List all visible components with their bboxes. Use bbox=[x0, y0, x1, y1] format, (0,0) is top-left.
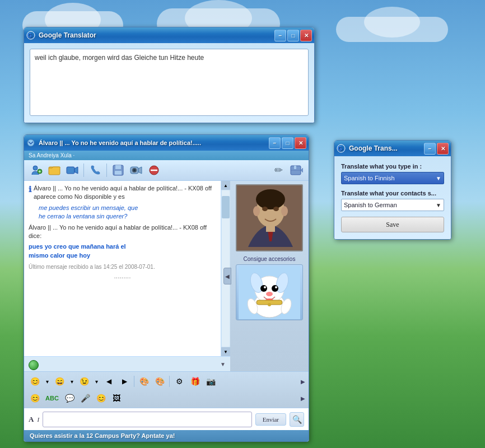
emoji-face2[interactable]: 😊 bbox=[94, 391, 108, 405]
chat-close-button[interactable]: ✕ bbox=[295, 137, 306, 149]
contact-photo bbox=[236, 184, 303, 251]
chat-sidebar: ◀ bbox=[230, 181, 309, 371]
gift-button[interactable]: 🎁 bbox=[188, 374, 202, 389]
emoticon-bars: 😊 ▾ 😄 ▾ 😉 ▾ ◀ ▶ 🎨 🎨 ⚙ 🎁 📷 ▶ 😊 ABC 💬 🎤 😊 … bbox=[24, 371, 309, 408]
expand-arrow[interactable]: ▼ bbox=[220, 361, 226, 367]
search-button[interactable]: 🔍 bbox=[290, 412, 304, 427]
video-button[interactable] bbox=[64, 162, 80, 178]
emoji-next[interactable]: ▶ bbox=[117, 374, 132, 389]
trans-popup-titlebar: G Google Trans... − ✕ bbox=[334, 141, 451, 156]
chat-icon bbox=[26, 138, 35, 147]
pen-button[interactable]: ✏ bbox=[271, 162, 286, 178]
image-button[interactable]: 🖼 bbox=[109, 391, 124, 405]
chat-titlebar: Álvaro || ... Yo no he venido aquí a hab… bbox=[24, 135, 309, 151]
chat-input[interactable] bbox=[43, 412, 252, 427]
emoji-dropdown-2[interactable]: ▾ bbox=[68, 374, 76, 389]
chat-status-bar: Quieres asistir a la 12 Campus Party? Ap… bbox=[24, 430, 309, 441]
add-contact-button[interactable]: + bbox=[29, 162, 44, 178]
trans-popup-body: Translate what you type in : Spanish to … bbox=[334, 156, 451, 239]
translator-titlebar: G Google Translator − □ ✕ bbox=[24, 27, 314, 43]
chat-maximize-button[interactable]: □ bbox=[282, 137, 293, 149]
svg-rect-23 bbox=[266, 223, 275, 232]
svg-point-3 bbox=[33, 166, 38, 170]
svg-point-35 bbox=[264, 286, 266, 288]
translator-maximize-button[interactable]: □ bbox=[287, 30, 299, 41]
status-row: ▼ bbox=[24, 356, 230, 371]
scroll-up-arrow[interactable]: ▲ bbox=[221, 181, 230, 190]
trans-popup-close[interactable]: ✕ bbox=[437, 143, 449, 155]
svg-point-34 bbox=[272, 285, 278, 292]
mic-button[interactable]: 🎤 bbox=[78, 391, 92, 405]
chat-minimize-button[interactable]: − bbox=[269, 137, 281, 149]
timestamp: Último mensaje recibido a las 14:25 el 2… bbox=[29, 263, 216, 271]
svg-rect-10 bbox=[115, 171, 122, 175]
translator-icon: G bbox=[26, 31, 35, 40]
emoji-prev[interactable]: ◀ bbox=[101, 374, 116, 389]
translator-window-controls: − □ ✕ bbox=[274, 30, 312, 41]
message-3: Álvaro || ... Yo no he venido aquí a hab… bbox=[29, 224, 207, 239]
font-italic-button[interactable]: I bbox=[37, 416, 39, 423]
webcam-button[interactable] bbox=[128, 162, 144, 178]
translator-minimize-button[interactable]: − bbox=[274, 30, 286, 41]
message-1: Álvaro || ... Yo no he venido aquí a hab… bbox=[34, 184, 216, 202]
photo-button[interactable]: 📷 bbox=[203, 374, 218, 389]
svg-rect-9 bbox=[115, 165, 121, 169]
scroll-down-arrow[interactable]: ▼ bbox=[221, 347, 230, 356]
trans-select-1[interactable]: Spanish to Finnish ▼ bbox=[341, 172, 444, 184]
bubble-button[interactable]: 💬 bbox=[62, 391, 77, 405]
emoji-dropdown-3[interactable]: ▾ bbox=[92, 374, 100, 389]
trans-popup-window: G Google Trans... − ✕ Translate what you… bbox=[334, 140, 451, 240]
toolbar-separator-2 bbox=[106, 164, 107, 177]
color2-button[interactable]: 🎨 bbox=[152, 374, 167, 389]
trans-select-2-value: Spanish to German bbox=[344, 202, 397, 208]
translator-close-button[interactable]: ✕ bbox=[300, 30, 312, 41]
emoji-dropdown-1[interactable]: ▾ bbox=[43, 374, 51, 389]
trans-popup-title: Google Trans... bbox=[349, 144, 422, 152]
emoji-wink[interactable]: 😉 bbox=[77, 374, 91, 389]
save-button[interactable] bbox=[110, 162, 126, 178]
emo-separator-2 bbox=[169, 376, 170, 387]
translator-textarea[interactable]: weil ich glaube, morgen wird das Gleiche… bbox=[30, 49, 309, 116]
chat-messages-area: ℹ Álvaro || ... Yo no he venido aquí a h… bbox=[24, 181, 230, 371]
svg-point-37 bbox=[266, 292, 273, 296]
block-button[interactable] bbox=[146, 162, 162, 178]
font-button[interactable]: A bbox=[29, 415, 34, 424]
chat-input-area: A I Enviar 🔍 bbox=[24, 408, 309, 430]
sidebar-collapse-button[interactable]: ◀ bbox=[223, 268, 231, 284]
chat-window-controls: − □ ✕ bbox=[269, 137, 306, 149]
svg-point-25 bbox=[273, 207, 279, 211]
svg-point-40 bbox=[268, 303, 271, 306]
more-button[interactable] bbox=[288, 162, 304, 178]
svg-rect-17 bbox=[294, 166, 296, 169]
scroll-thumb bbox=[222, 196, 230, 218]
message-3-container: Álvaro || ... Yo no he venido aquí a hab… bbox=[29, 223, 216, 241]
text-button[interactable]: ABC bbox=[43, 391, 61, 405]
emoji-smile-1[interactable]: 😊 bbox=[27, 374, 42, 389]
trans-select-2[interactable]: Spanish to German ▼ bbox=[341, 199, 444, 211]
svg-point-27 bbox=[281, 206, 288, 216]
chat-subtitle: Sa Andreiya Xula · bbox=[24, 151, 309, 160]
folder-button[interactable] bbox=[46, 162, 62, 178]
message-4: pues yo creo que mañana hará elmismo cal… bbox=[29, 243, 126, 258]
emo-more-arrow-2[interactable]: ▶ bbox=[301, 395, 305, 402]
messages-scroll[interactable]: ℹ Álvaro || ... Yo no he venido aquí a h… bbox=[24, 181, 221, 356]
trans-save-button[interactable]: Save bbox=[341, 217, 444, 232]
translator-window: G Google Translator − □ ✕ weil ich glaub… bbox=[24, 27, 315, 123]
color-button[interactable]: 🎨 bbox=[137, 374, 151, 389]
accesorios-label: Consigue accesorios bbox=[236, 256, 303, 262]
svg-point-36 bbox=[275, 286, 277, 288]
emo-more-arrow[interactable]: ▶ bbox=[301, 379, 305, 385]
emoji-laugh[interactable]: 😄 bbox=[52, 374, 67, 389]
info-icon: ℹ bbox=[29, 184, 31, 195]
send-button[interactable]: Enviar bbox=[255, 413, 286, 426]
phone-button[interactable] bbox=[87, 162, 103, 178]
svg-text:G: G bbox=[27, 32, 32, 39]
trans-popup-minimize[interactable]: − bbox=[424, 143, 436, 155]
trans-label-1: Translate what you type in : bbox=[341, 163, 444, 170]
svg-point-26 bbox=[253, 206, 260, 216]
trans-popup-controls: − ✕ bbox=[424, 143, 449, 155]
dots: ......... bbox=[29, 271, 216, 282]
message-4-container: pues yo creo que mañana hará elmismo cal… bbox=[29, 242, 216, 260]
settings-button[interactable]: ⚙ bbox=[172, 374, 186, 389]
emoji-face[interactable]: 😊 bbox=[27, 391, 42, 405]
